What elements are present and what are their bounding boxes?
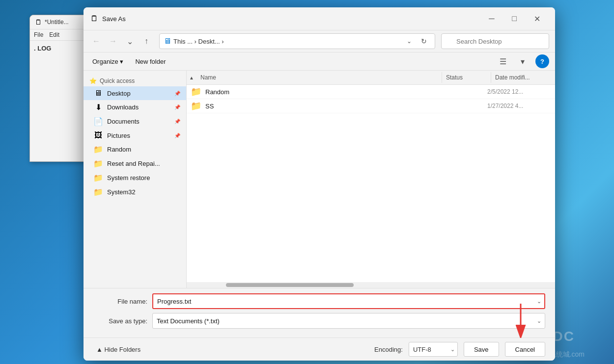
col-date[interactable]: Date modifi...: [491, 72, 555, 83]
sidebar-item-documents[interactable]: 📄 Documents 📌: [84, 114, 186, 129]
address-breadcrumb: This ... › Deskt... ›: [173, 38, 401, 45]
dialog-title-icon: 🗒: [90, 14, 98, 23]
sidebar-item-pictures[interactable]: 🖼 Pictures 📌: [84, 129, 186, 142]
sidebar-system32-label: System32: [107, 188, 180, 196]
sidebar-downloads-label: Downloads: [107, 104, 170, 111]
random-file-name: Random: [205, 88, 438, 96]
sidebar-pictures-label: Pictures: [107, 132, 170, 139]
reset-folder-icon: 📁: [93, 159, 103, 168]
filetype-row: Save as type: Text Documents (*.txt) All…: [93, 313, 545, 329]
encoding-select[interactable]: UTF-8 ANSI UTF-16 LE UTF-16 BE: [409, 342, 458, 357]
filename-input-wrapper: ⌄: [152, 293, 545, 309]
search-wrapper: 🔍: [441, 33, 549, 49]
encoding-select-wrapper: UTF-8 ANSI UTF-16 LE UTF-16 BE ⌄: [409, 342, 458, 357]
random-folder-icon: 📁: [93, 145, 103, 154]
dialog-title-text: Save As: [102, 15, 476, 23]
col-name[interactable]: Name: [196, 72, 442, 83]
sidebar-quick-access-header[interactable]: ⭐ Quick access: [84, 75, 186, 86]
organize-button[interactable]: Organize ▾: [89, 56, 126, 67]
col-status[interactable]: Status: [442, 72, 491, 83]
pictures-pin-icon: 📌: [174, 133, 180, 138]
dialog-sidebar: ⭐ Quick access 🖥 Desktop 📌 ⬇ Downloads 📌…: [84, 71, 187, 288]
dialog-navbar: ← → ⌄ ↑ 🖥 This ... › Deskt... › ⌄ ↻ 🔍: [84, 30, 555, 52]
sidebar-desktop-label: Desktop: [107, 90, 170, 97]
sidebar-reset-label: Reset and Repai...: [107, 160, 180, 167]
save-as-dialog: 🗒 Save As ─ □ ✕ ← → ⌄ ↑ 🖥 This ... › Des…: [84, 7, 555, 361]
new-folder-button[interactable]: New folder: [132, 56, 168, 67]
dialog-filelist: ▲ Name Status Date modifi... 📁 Random 2/…: [187, 71, 555, 288]
sidebar-item-desktop[interactable]: 🖥 Desktop 📌: [84, 86, 186, 100]
dialog-titlebar: 🗒 Save As ─ □ ✕: [84, 7, 555, 30]
filetype-select[interactable]: Text Documents (*.txt) All Files (*.*): [152, 313, 545, 329]
hide-folders-label: ▲ Hide Folders: [96, 346, 140, 353]
ss-file-date: 1/27/2022 4...: [487, 103, 551, 109]
sidebar-item-random[interactable]: 📁 Random: [84, 142, 186, 156]
random-file-icon: 📁: [191, 86, 201, 97]
notepad-menu-edit[interactable]: Edit: [49, 30, 59, 39]
cancel-button[interactable]: Cancel: [505, 342, 545, 357]
help-button[interactable]: ?: [535, 54, 549, 68]
ss-file-icon: 📁: [191, 101, 201, 111]
dialog-actions: ▲ Hide Folders Encoding: UTF-8 ANSI UTF-…: [84, 338, 555, 361]
system32-folder-icon: 📁: [93, 187, 103, 197]
search-input[interactable]: [441, 33, 549, 49]
dialog-bottom-form: File name: ⌄ Save as type: Text Document…: [84, 288, 555, 338]
address-dropdown-button[interactable]: ⌄: [403, 35, 415, 47]
sidebar-item-system-restore[interactable]: 📁 System restore: [84, 171, 186, 185]
filelist-collapse-button[interactable]: ▲: [187, 71, 196, 84]
sidebar-system-restore-label: System restore: [107, 174, 180, 182]
dialog-body: ⭐ Quick access 🖥 Desktop 📌 ⬇ Downloads 📌…: [84, 71, 555, 288]
save-button[interactable]: Save: [464, 342, 499, 357]
dialog-toolbar: Organize ▾ New folder ☰ ▾ ?: [84, 52, 555, 71]
sidebar-item-downloads[interactable]: ⬇ Downloads 📌: [84, 100, 186, 114]
downloads-pin-icon: 📌: [174, 104, 180, 110]
dialog-window-buttons: ─ □ ✕: [480, 11, 548, 26]
sidebar-item-reset[interactable]: 📁 Reset and Repai...: [84, 156, 186, 171]
horizontal-scrollbar[interactable]: [187, 282, 555, 288]
file-row-ss[interactable]: 📁 SS 1/27/2022 4...: [187, 99, 555, 113]
dialog-close-button[interactable]: ✕: [526, 11, 548, 26]
downloads-icon: ⬇: [93, 103, 103, 112]
notepad-menu-file[interactable]: File: [34, 30, 43, 39]
quick-access-label: Quick access: [100, 78, 135, 84]
filelist-header: ▲ Name Status Date modifi...: [187, 71, 555, 85]
nav-up-button[interactable]: ↑: [140, 34, 153, 48]
actions-right: Encoding: UTF-8 ANSI UTF-16 LE UTF-16 BE…: [374, 342, 545, 357]
nav-dropdown-button[interactable]: ⌄: [123, 34, 137, 48]
sidebar-random-label: Random: [107, 146, 180, 153]
pictures-icon: 🖼: [93, 131, 103, 140]
filename-label: File name:: [93, 298, 152, 305]
dialog-maximize-button[interactable]: □: [503, 11, 526, 26]
sidebar-documents-label: Documents: [107, 118, 170, 125]
view-sort-button[interactable]: ▾: [516, 54, 530, 68]
system-restore-folder-icon: 📁: [93, 173, 103, 182]
dialog-minimize-button[interactable]: ─: [480, 11, 503, 26]
ss-file-name: SS: [205, 103, 438, 110]
address-bar[interactable]: 🖥 This ... › Deskt... › ⌄ ↻: [159, 33, 435, 49]
random-file-date: 2/5/2022 12...: [487, 88, 551, 95]
sidebar-item-system32[interactable]: 📁 System32: [84, 185, 186, 199]
nav-forward-button[interactable]: →: [106, 34, 120, 48]
documents-icon: 📄: [93, 117, 103, 126]
file-row-random[interactable]: 📁 Random 2/5/2022 12...: [187, 85, 555, 99]
filename-row: File name: ⌄: [93, 293, 545, 309]
quick-access-icon: ⭐: [89, 78, 97, 84]
filename-input[interactable]: [152, 293, 545, 309]
hide-folders-button[interactable]: ▲ Hide Folders: [93, 344, 143, 355]
desktop-pin-icon: 📌: [174, 91, 180, 96]
notepad-icon: 🗒: [35, 18, 42, 26]
address-bar-icon: 🖥: [164, 37, 171, 46]
nav-back-button[interactable]: ←: [89, 34, 103, 48]
encoding-label: Encoding:: [374, 346, 403, 353]
address-refresh-button[interactable]: ↻: [417, 34, 431, 48]
horizontal-scrollbar-thumb: [226, 283, 354, 287]
view-options-button[interactable]: ☰: [496, 54, 510, 68]
filetype-select-wrapper: Text Documents (*.txt) All Files (*.*) ⌄: [152, 313, 545, 329]
desktop-icon: 🖥: [93, 89, 103, 98]
filetype-label: Save as type:: [93, 317, 152, 325]
documents-pin-icon: 📌: [174, 119, 180, 124]
